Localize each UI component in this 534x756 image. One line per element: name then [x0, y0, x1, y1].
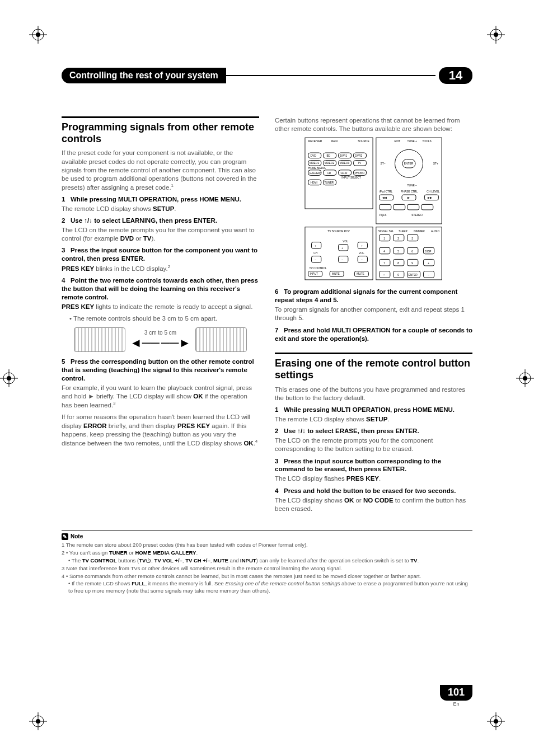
svg-text:TV CONTROL: TV CONTROL: [309, 267, 326, 270]
step-3-result: PRES KEY blinks in the LCD display.2: [62, 264, 259, 273]
svg-rect-134: [379, 271, 390, 278]
erase-step-2-result: The LCD on the remote prompts you for th…: [275, 436, 472, 453]
svg-text:VIDEO1: VIDEO1: [309, 162, 319, 165]
svg-text:VOL: VOL: [343, 240, 348, 243]
svg-text:CD: CD: [327, 172, 331, 175]
erase-step-1-text: While pressing MULTI OPERATION, press HO…: [284, 406, 455, 413]
svg-text:DVD: DVD: [310, 154, 316, 157]
step-2: 2Use ↑/↓ to select LEARNING, then press …: [62, 217, 259, 225]
page-language: En: [440, 701, 472, 707]
svg-rect-90: [338, 245, 348, 251]
svg-text:AUDIO: AUDIO: [430, 231, 439, 233]
svg-text:–: –: [315, 259, 316, 262]
svg-text:GALLERY: GALLERY: [309, 172, 322, 175]
step-1-result: The remote LCD display shows SETUP.: [62, 205, 259, 213]
svg-text:DVR1: DVR1: [340, 154, 347, 157]
intro-text: If the preset code for your component is…: [62, 149, 256, 191]
svg-text:INPUT SELECT: INPUT SELECT: [341, 177, 360, 180]
svg-text:3: 3: [411, 237, 413, 240]
footnote-3: 3 Note that interference from TVs or oth…: [62, 565, 472, 572]
section-title-programming: Programming signals from other remote co…: [62, 121, 259, 144]
step-1-text: While pressing MULTI OPERATION, press HO…: [71, 196, 241, 203]
note-heading-text: Note: [71, 533, 83, 541]
svg-text:8: 8: [397, 262, 399, 265]
svg-text:iPod CTRL: iPod CTRL: [379, 191, 392, 194]
erase-step-4-text: Press and hold the button to be erased f…: [284, 487, 456, 494]
svg-text:–: –: [360, 259, 362, 262]
svg-text:TOOLS: TOOLS: [422, 140, 431, 143]
svg-rect-79: [379, 205, 391, 210]
svg-text:STEREO: STEREO: [411, 214, 423, 217]
step-7: 7Press and hold MULTI OPERATION for a co…: [275, 326, 472, 343]
svg-rect-86: [311, 242, 321, 249]
registration-mark-icon: [29, 26, 47, 44]
svg-text:DISP: DISP: [425, 250, 431, 253]
svg-text:DIMMER: DIMMER: [414, 231, 425, 233]
svg-text:▶: ▶: [407, 196, 409, 199]
erase-step-3-result: The LCD display flashes PRES KEY.: [275, 475, 472, 483]
svg-rect-96: [358, 242, 367, 249]
step-5-error: If for some reasons the operation hasn't…: [62, 413, 259, 448]
remote-control-diagram: RECEIVERMAINSOURCE DVD BD DVR1 DVR2 VIDE…: [304, 137, 444, 282]
svg-text:5: 5: [397, 250, 399, 253]
svg-text:▶▶: ▶▶: [428, 196, 432, 199]
svg-text:TUNE –: TUNE –: [407, 184, 416, 187]
footnote-2b: • The TV CONTROL buttons (TV⏻, TV VOL +/…: [68, 557, 472, 565]
footnote-ref-3: 3: [113, 401, 115, 406]
erase-intro: This erases one of the buttons you have …: [275, 386, 472, 402]
svg-text:TUNER: TUNER: [324, 181, 334, 184]
distance-label: 3 cm to 5 cm: [144, 330, 176, 336]
step-2-result: The LCD on the remote prompts you for th…: [62, 226, 259, 243]
footnote-4a: 4 • Some commands from other remote cont…: [62, 573, 472, 580]
svg-rect-80: [393, 205, 405, 210]
page-number: 101 En: [440, 685, 472, 707]
svg-rect-82: [421, 205, 433, 210]
svg-text:0: 0: [397, 274, 399, 277]
step-5-text: Press the corresponding button on the ot…: [62, 358, 254, 382]
footnote-4b: • If the remote LCD shows FULL, it means…: [68, 580, 472, 595]
step-3-text: Press the input source button for the co…: [62, 247, 257, 262]
svg-rect-99: [358, 256, 367, 263]
step-7-text: Press and hold MULTI OPERATION for a cou…: [275, 327, 472, 342]
step-6-result: To program signals for another component…: [275, 306, 472, 322]
right-column: Certain buttons represent operations tha…: [275, 116, 472, 516]
up-down-arrow-icon: ↑/↓: [297, 428, 306, 434]
svg-text:TV: TV: [358, 162, 362, 165]
section-title-erasing: Erasing one of the remote control button…: [275, 358, 472, 381]
svg-text:ENTER: ENTER: [404, 163, 413, 166]
registration-mark-icon: [487, 712, 505, 730]
chapter-title: Controlling the rest of your system: [62, 68, 226, 83]
svg-text:SLEEP: SLEEP: [399, 231, 407, 233]
chapter-number-badge: 14: [439, 67, 472, 84]
svg-text:4: 4: [383, 250, 385, 253]
svg-text:TUNE +: TUNE +: [407, 140, 416, 143]
play-icon: ►: [88, 393, 94, 400]
svg-text:HDMI: HDMI: [310, 181, 317, 184]
svg-text:CH: CH: [313, 252, 317, 255]
svg-rect-81: [407, 205, 419, 210]
svg-text:7: 7: [383, 262, 385, 265]
up-down-arrow-icon: ↑/↓: [84, 217, 92, 224]
svg-text:DVR2: DVR2: [355, 154, 362, 157]
erase-step-4: 4Press and hold the button to be erased …: [275, 487, 472, 495]
step-6-text: To program additional signals for the cu…: [275, 288, 457, 303]
svg-text:PQLS: PQLS: [379, 214, 386, 217]
right-intro: Certain buttons represent operations tha…: [275, 116, 472, 133]
svg-text:PHASE CTRL: PHASE CTRL: [401, 191, 418, 194]
svg-text:VIDEO2: VIDEO2: [324, 162, 334, 165]
section-rule: [62, 116, 259, 118]
step-5: 5Press the corresponding button on the o…: [62, 358, 259, 383]
svg-text:HOME MEDIA: HOME MEDIA: [308, 167, 326, 170]
header-rule: [226, 75, 435, 76]
step-4: 4Point the two remote controls towards e…: [62, 276, 259, 302]
svg-text:ENTER: ENTER: [408, 274, 418, 277]
svg-text:MAIN: MAIN: [331, 140, 338, 143]
svg-text:6: 6: [411, 250, 413, 253]
registration-mark-icon: [487, 26, 505, 44]
svg-text:+: +: [315, 245, 316, 248]
step-5-result: For example, if you want to learn the pl…: [62, 384, 259, 410]
svg-text:–: –: [341, 259, 343, 262]
power-icon: ⏻: [146, 557, 151, 564]
erase-step-2: 2Use ↑/↓ to select ERASE, then press ENT…: [275, 427, 472, 435]
erase-step-1-result: The remote LCD display shows SETUP.: [275, 415, 472, 424]
